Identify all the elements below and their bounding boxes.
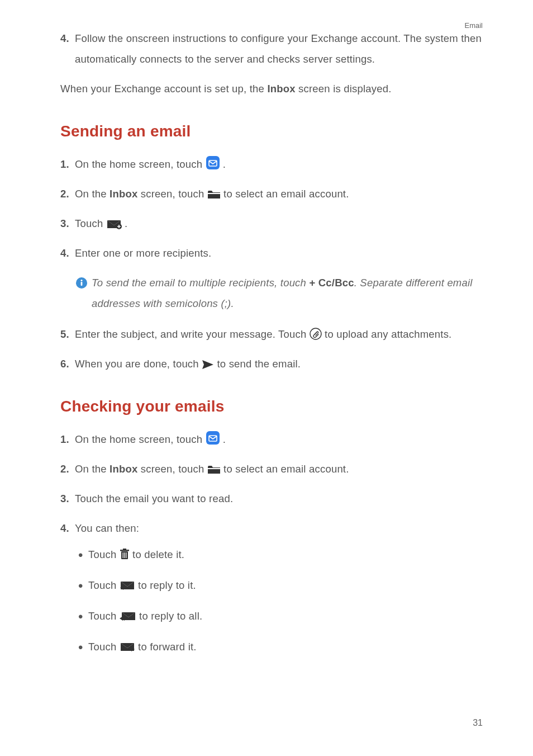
folder-icon	[207, 465, 221, 475]
text: Touch	[88, 641, 120, 653]
page: Email 4. Follow the onscreen instruction…	[0, 0, 533, 756]
svg-rect-13	[123, 549, 126, 550]
sending-step-1: 1. On the home screen, touch .	[60, 154, 483, 174]
send-icon	[202, 360, 214, 370]
step-body: When you are done, touch to send the ema…	[75, 353, 483, 374]
page-number: 31	[473, 718, 483, 728]
bullet-reply: • Touch to reply to it.	[78, 575, 483, 596]
checking-step-2: 2. On the Inbox screen, touch to select …	[60, 459, 483, 479]
text: to forward it.	[138, 641, 197, 653]
text: to select an email account.	[223, 463, 349, 475]
text: Touch	[88, 610, 120, 622]
svg-rect-16	[126, 552, 126, 558]
step-4-exchange: 4. Follow the onscreen instructions to c…	[60, 28, 483, 69]
action-bullets: • Touch	[75, 544, 483, 657]
sending-step-5: 5. Enter the subject, and write your mes…	[60, 324, 483, 344]
step-number: 3.	[60, 488, 75, 509]
bullet-forward: • Touch to forward it.	[78, 636, 483, 657]
reply-icon	[120, 580, 135, 591]
step-body: Touch .	[75, 213, 483, 234]
svg-rect-10	[208, 468, 220, 469]
step-body: Enter the subject, and write your messag…	[75, 324, 483, 344]
sending-step-2: 2. On the Inbox screen, touch to select …	[60, 183, 483, 204]
folder-icon	[207, 190, 221, 200]
text: Enter one or more recipients.	[75, 243, 483, 263]
text: Touch the email you want to read.	[75, 488, 483, 509]
text: You can then:	[75, 518, 483, 538]
svg-point-7	[310, 328, 321, 339]
text: to reply to all.	[139, 610, 202, 622]
checking-step-3: 3. Touch the email you want to read.	[60, 488, 483, 509]
text: to send the email.	[217, 358, 301, 370]
text: When you are done, touch	[75, 358, 202, 370]
text: Touch	[88, 579, 120, 591]
text: On the home screen, touch	[75, 158, 206, 170]
svg-rect-12	[120, 550, 129, 551]
text: .	[223, 433, 226, 445]
step-number: 3.	[60, 213, 75, 234]
sending-step-3: 3. Touch .	[60, 213, 483, 234]
checking-emails-heading: Checking your emails	[60, 398, 483, 415]
step-body: On the Inbox screen, touch to select an …	[75, 183, 483, 204]
bullet-reply-all: • Touch to reply to all.	[78, 606, 483, 626]
step-body: On the home screen, touch .	[75, 154, 483, 174]
bullet-dot: •	[78, 549, 88, 562]
text: Touch	[88, 549, 120, 560]
text: screen is displayed.	[296, 83, 392, 94]
svg-rect-2	[208, 193, 220, 194]
forward-icon	[120, 641, 135, 653]
svg-point-5	[80, 280, 82, 281]
step-number: 4.	[60, 518, 75, 667]
text: To send the email to multiple recipients…	[92, 277, 309, 289]
bullet-dot: •	[78, 610, 88, 623]
step-body: Follow the onscreen instructions to conf…	[75, 28, 483, 69]
info-callout: To send the email to multiple recipients…	[76, 272, 483, 314]
sending-step-6: 6. When you are done, touch to send the …	[60, 353, 483, 374]
step-number: 1.	[60, 429, 75, 450]
text: to select an email account.	[223, 188, 349, 200]
svg-rect-0	[206, 156, 220, 169]
step-number: 2.	[60, 183, 75, 204]
step-number: 5.	[60, 324, 75, 344]
svg-rect-8	[206, 431, 220, 445]
bullet-dot: •	[78, 579, 88, 593]
step-text: Follow the onscreen instructions to conf…	[75, 28, 483, 69]
text: to delete it.	[132, 549, 184, 560]
attachment-icon	[310, 328, 322, 340]
info-icon	[76, 272, 92, 314]
checking-step-4: 4. You can then: • Touch	[60, 518, 483, 667]
cc-bcc-bold: + Cc/Bcc	[309, 277, 354, 289]
text: screen, touch	[137, 188, 207, 200]
text: On the	[75, 188, 110, 200]
step-number: 4.	[60, 243, 75, 263]
step-number: 6.	[60, 353, 75, 374]
email-app-icon	[206, 155, 220, 170]
svg-rect-6	[81, 282, 83, 286]
svg-rect-15	[124, 552, 125, 558]
text: to reply to it.	[138, 579, 196, 591]
header-section-label: Email	[464, 21, 483, 30]
sending-step-4: 4. Enter one or more recipients.	[60, 243, 483, 263]
step-number: 1.	[60, 154, 75, 174]
sending-an-email-heading: Sending an email	[60, 122, 483, 140]
inbox-bold: Inbox	[110, 188, 137, 200]
step-number: 2.	[60, 459, 75, 479]
reply-all-icon	[120, 611, 136, 622]
intro-closing-paragraph: When your Exchange account is set up, th…	[60, 78, 483, 99]
step-number: 4.	[60, 28, 75, 69]
bullet-dot: •	[78, 641, 88, 654]
checking-step-1: 1. On the home screen, touch .	[60, 429, 483, 450]
email-app-icon	[206, 431, 220, 445]
step-body: Enter one or more recipients.	[75, 243, 483, 263]
text: Enter the subject, and write your messag…	[75, 328, 310, 340]
step-body: On the Inbox screen, touch to select an …	[75, 459, 483, 479]
trash-icon	[120, 548, 130, 560]
inbox-bold: Inbox	[267, 83, 295, 94]
text: .	[223, 158, 226, 170]
text: Touch	[75, 218, 106, 229]
compose-email-icon	[106, 218, 122, 229]
step-body: Touch the email you want to read.	[75, 488, 483, 509]
svg-rect-14	[122, 552, 123, 558]
step-body: You can then: • Touch	[75, 518, 483, 667]
text: to upload any attachments.	[325, 328, 451, 340]
